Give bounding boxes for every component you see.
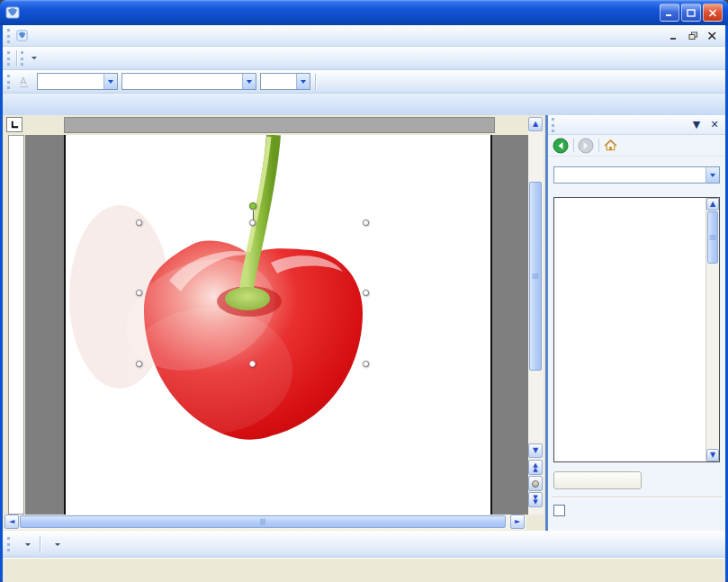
font-value (122, 74, 242, 89)
document-page[interactable] (64, 135, 492, 515)
style-dropdown-button[interactable] (103, 74, 117, 89)
selection-handle-bottom-center[interactable] (249, 361, 256, 367)
toolbar-separator (16, 50, 17, 67)
wps-app-icon (5, 5, 20, 20)
font-dropdown-button[interactable] (242, 74, 256, 89)
goto-value (554, 167, 706, 183)
style-value (38, 74, 103, 89)
horizontal-scrollbar[interactable]: ◄ ► (4, 515, 526, 530)
document-canvas (25, 135, 528, 515)
mdi-restore-button[interactable] (686, 29, 701, 42)
large-preview-checkbox[interactable] (553, 505, 565, 516)
styles-icon: A (17, 75, 31, 89)
font-size-value (261, 74, 296, 89)
mdi-window-buttons (667, 29, 722, 42)
font-size-combobox[interactable] (260, 73, 310, 90)
document-viewport: ▲ ▼ ▲▲ ▼▼ ◄ ► (3, 115, 545, 531)
document-icon (15, 29, 29, 42)
document-tab-bar (3, 94, 725, 115)
task-pane-menu-button[interactable]: ▼ (689, 118, 704, 131)
horizontal-ruler[interactable] (64, 117, 495, 133)
autoshapes-menu-button[interactable] (43, 534, 67, 554)
goto-dropdown-button[interactable] (706, 167, 719, 183)
toolbar-separator (40, 536, 40, 552)
mdi-close-button[interactable] (705, 29, 720, 42)
selection-handle-top-left[interactable] (136, 219, 142, 226)
task-pane-close-button[interactable]: ✕ (707, 118, 722, 131)
toolbar-grip[interactable] (7, 29, 10, 43)
home-button[interactable] (603, 137, 620, 154)
cherry-image[interactable] (66, 135, 494, 515)
next-page-button[interactable]: ▼▼ (528, 492, 543, 507)
font-size-dropdown-button[interactable] (296, 74, 310, 89)
shapes-scroll-up-button[interactable]: ▲ (706, 198, 719, 210)
forward-button[interactable] (578, 137, 595, 154)
toolbar-grip[interactable] (7, 51, 10, 66)
shapes-scroll-down-button[interactable]: ▼ (706, 449, 719, 461)
shapes-list-scrollbar[interactable]: ▲ ▼ (706, 198, 719, 461)
rotation-handle[interactable] (249, 202, 256, 210)
selection-handle-middle-left[interactable] (136, 290, 142, 296)
font-combobox[interactable] (121, 73, 256, 90)
iciba-button[interactable] (29, 57, 37, 59)
scroll-down-button[interactable]: ▼ (528, 443, 543, 458)
toolbar-separator (315, 74, 316, 90)
back-button[interactable] (553, 137, 570, 154)
divider (552, 497, 722, 498)
vertical-scroll-thumb[interactable] (529, 182, 542, 371)
shapes-scroll-thumb[interactable] (707, 211, 718, 264)
selection-handle-top-right[interactable] (363, 219, 369, 226)
toolbar-grip[interactable] (7, 75, 10, 89)
maximize-button[interactable] (681, 4, 701, 22)
goto-combobox[interactable] (553, 166, 720, 184)
change-autoshape-button[interactable] (553, 471, 642, 489)
toolbar-grip[interactable] (7, 537, 10, 551)
previous-page-button[interactable]: ▲▲ (528, 460, 543, 475)
standard-toolbar (3, 47, 725, 70)
selection-handle-middle-right[interactable] (363, 290, 369, 296)
tab-selector-button[interactable] (6, 117, 22, 132)
scroll-right-button[interactable]: ► (510, 515, 525, 529)
autoshapes-task-pane: ▼ ✕ (548, 115, 725, 531)
toolbar-grip[interactable] (21, 51, 23, 66)
formatting-toolbar: A (3, 70, 725, 94)
menu-bar (3, 25, 725, 47)
draw-menu-button[interactable] (13, 534, 37, 554)
task-pane-toolbar (548, 135, 725, 157)
style-combobox[interactable] (37, 73, 118, 90)
close-button[interactable] (703, 4, 723, 22)
large-preview-option (553, 505, 720, 516)
selection-handle-top-center[interactable] (249, 219, 256, 226)
title-bar (0, 0, 728, 25)
drawing-toolbar (3, 531, 725, 558)
selection-handle-bottom-left[interactable] (136, 361, 142, 367)
minimize-button[interactable] (660, 4, 679, 22)
wps-window: A (0, 0, 728, 582)
styles-button[interactable]: A (13, 72, 35, 92)
svg-text:A: A (20, 76, 27, 87)
mdi-minimize-button[interactable] (667, 29, 682, 42)
select-browse-object-button[interactable] (528, 476, 543, 491)
task-pane-header: ▼ ✕ (548, 115, 725, 135)
scroll-up-button[interactable]: ▲ (528, 117, 543, 131)
vertical-ruler[interactable] (8, 135, 24, 515)
autoshapes-list: ▲ ▼ (553, 197, 720, 462)
separator (598, 139, 599, 152)
task-pane-grip[interactable] (552, 118, 554, 132)
status-bar (3, 558, 725, 579)
selection-handle-bottom-right[interactable] (363, 361, 369, 367)
scroll-left-button[interactable]: ◄ (4, 515, 19, 529)
separator (573, 139, 574, 152)
vertical-scrollbar[interactable]: ▲ ▼ ▲▲ ▼▼ (528, 117, 544, 515)
horizontal-scroll-thumb[interactable] (20, 515, 506, 528)
